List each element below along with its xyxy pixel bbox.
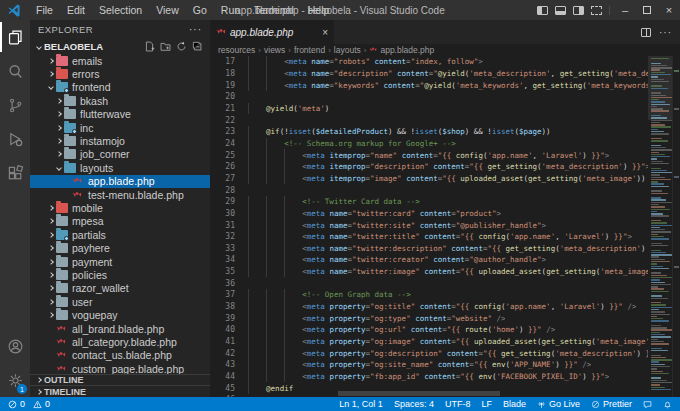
- editor-more-actions-icon[interactable]: ···: [659, 27, 672, 38]
- new-file-icon[interactable]: [144, 41, 155, 52]
- minimap[interactable]: [648, 56, 672, 397]
- tree-item-frontend[interactable]: frontend: [30, 81, 210, 94]
- tree-item-all-brand-blade-php[interactable]: all_brand.blade.php: [30, 322, 210, 335]
- code-line-27[interactable]: 27<meta itemprop="image" content="{{ upl…: [210, 173, 648, 185]
- code-line-37[interactable]: 37<!-- Open Graph data -->: [210, 289, 648, 301]
- breadcrumb-item-views[interactable]: views: [264, 45, 285, 55]
- code-line-31[interactable]: 31<meta name="twitter:site" content="@pu…: [210, 219, 648, 231]
- status-language-mode[interactable]: Blade: [503, 399, 526, 409]
- code-line-39[interactable]: 39<meta property="og:type" content="webs…: [210, 312, 648, 324]
- code-line-43[interactable]: 43<meta property="og:site_name" content=…: [210, 359, 648, 371]
- sidebar-more-actions-icon[interactable]: ···: [189, 24, 202, 35]
- code-line-29[interactable]: 29<!-- Twitter Card data -->: [210, 196, 648, 208]
- toggle-secondary-sidebar-icon[interactable]: [573, 6, 584, 15]
- status-feedback[interactable]: [643, 400, 652, 409]
- status-indentation[interactable]: Spaces: 4: [394, 399, 434, 409]
- tree-item-test-menu-blade-php[interactable]: test-menu.blade.php: [30, 188, 210, 201]
- menu-run[interactable]: Run: [214, 0, 247, 20]
- code-line-26[interactable]: 26<meta itemprop="description" content="…: [210, 161, 648, 173]
- code-line-20[interactable]: 20: [210, 91, 648, 103]
- code-area[interactable]: 17<meta name="robots" content="index, fo…: [210, 56, 648, 397]
- split-editor-icon[interactable]: [641, 28, 651, 37]
- status-cursor-position[interactable]: Ln 1, Col 1: [339, 399, 383, 409]
- tree-item-user[interactable]: user: [30, 295, 210, 308]
- code-line-22[interactable]: 22: [210, 114, 648, 126]
- tree-item-instamojo[interactable]: instamojo: [30, 134, 210, 147]
- code-line-42[interactable]: 42<meta property="og:description" conten…: [210, 347, 648, 359]
- collapse-all-icon[interactable]: [192, 41, 203, 52]
- activity-extensions[interactable]: [0, 156, 30, 190]
- tree-item-job-corner[interactable]: job_corner: [30, 148, 210, 161]
- toggle-sidebar-icon[interactable]: [537, 6, 548, 15]
- tree-item-inc[interactable]: inc: [30, 121, 210, 134]
- breadcrumb-item-resources[interactable]: resources: [218, 45, 255, 55]
- code-line-25[interactable]: 25<meta itemprop="name" content="{{ conf…: [210, 149, 648, 161]
- timeline-section[interactable]: TIMELINE: [30, 385, 210, 397]
- status-encoding[interactable]: UTF-8: [445, 399, 471, 409]
- problems-warnings[interactable]: 0: [33, 399, 50, 409]
- activity-explorer[interactable]: [0, 20, 30, 54]
- code-line-36[interactable]: 36: [210, 277, 648, 289]
- tree-item-policies[interactable]: policies: [30, 268, 210, 281]
- activity-run-debug[interactable]: [0, 122, 30, 156]
- minimize-button[interactable]: –: [614, 0, 636, 20]
- refresh-icon[interactable]: [176, 41, 187, 52]
- status-go-live[interactable]: Go Live: [537, 399, 580, 409]
- tree-item-flutterwave[interactable]: flutterwave: [30, 108, 210, 121]
- code-line-21[interactable]: 21@yield('meta'): [210, 103, 648, 115]
- tree-item-voguepay[interactable]: voguepay: [30, 308, 210, 321]
- code-line-33[interactable]: 33<meta name="twitter:description" conte…: [210, 243, 648, 255]
- tree-item-payhere[interactable]: payhere: [30, 241, 210, 254]
- tree-item-errors[interactable]: errors: [30, 67, 210, 80]
- tree-item-partials[interactable]: partials: [30, 228, 210, 241]
- code-line-44[interactable]: 44<meta property="fb:app_id" content="{{…: [210, 371, 648, 383]
- status-eol[interactable]: LF: [481, 399, 492, 409]
- problems-errors[interactable]: 0: [8, 399, 25, 409]
- code-line-38[interactable]: 38<meta property="og:title" content="{{ …: [210, 301, 648, 313]
- code-line-35[interactable]: 35<meta name="twitter:image" content="{{…: [210, 266, 648, 278]
- code-line-19[interactable]: 19<meta name="keywords" content="@yield(…: [210, 79, 648, 91]
- code-line-24[interactable]: 24<!-- Schema.org markup for Google+ -->: [210, 138, 648, 150]
- tree-item-mpesa[interactable]: mpesa: [30, 215, 210, 228]
- tree-item-custom-page-blade-php[interactable]: custom_page.blade.php: [30, 362, 210, 374]
- code-line-18[interactable]: 18<meta name="description" content="@yie…: [210, 68, 648, 80]
- restore-button[interactable]: [636, 0, 658, 20]
- tree-item-payment[interactable]: payment: [30, 255, 210, 268]
- code-line-28[interactable]: 28: [210, 184, 648, 196]
- menu-go[interactable]: Go: [186, 0, 214, 20]
- breadcrumb-item-layouts[interactable]: layouts: [334, 45, 361, 55]
- code-line-23[interactable]: 23@if(!isset($detailedProduct) && !isset…: [210, 126, 648, 138]
- menu-selection[interactable]: Selection: [92, 0, 149, 20]
- breadcrumb-item-frontend[interactable]: frontend: [294, 45, 325, 55]
- new-folder-icon[interactable]: [160, 41, 171, 52]
- code-line-30[interactable]: 30<meta name="twitter:card" content="pro…: [210, 208, 648, 220]
- tree-item-razor-wallet[interactable]: razor_wallet: [30, 282, 210, 295]
- tree-item-contact-us-blade-php[interactable]: contact_us.blade.php: [30, 349, 210, 362]
- close-tab-icon[interactable]: ×: [322, 27, 328, 38]
- code-line-40[interactable]: 40<meta property="og:url" content="{{ ro…: [210, 324, 648, 336]
- menu-view[interactable]: View: [149, 0, 186, 20]
- workspace-section-header[interactable]: BELAOBELA: [30, 39, 210, 54]
- activity-settings[interactable]: 1: [0, 363, 30, 397]
- toggle-panel-icon[interactable]: [555, 6, 566, 15]
- activity-account[interactable]: [0, 329, 30, 363]
- outline-section[interactable]: OUTLINE: [30, 374, 210, 386]
- code-line-32[interactable]: 32<meta name="twitter:title" content="{{…: [210, 231, 648, 243]
- menu-edit[interactable]: Edit: [60, 0, 92, 20]
- close-button[interactable]: ×: [658, 0, 680, 20]
- horizontal-scrollbar[interactable]: [338, 391, 500, 396]
- tree-item-emails[interactable]: emails: [30, 54, 210, 67]
- status-prettier[interactable]: Prettier: [591, 399, 632, 409]
- menu-help[interactable]: Help: [301, 0, 337, 20]
- customize-layout-icon[interactable]: [591, 6, 602, 15]
- tree-item-all-category-blade-php[interactable]: all_category.blade.php: [30, 335, 210, 348]
- code-line-41[interactable]: 41<meta property="og:image" content="{{ …: [210, 336, 648, 348]
- activity-search[interactable]: [0, 54, 30, 88]
- tree-item-layouts[interactable]: layouts: [30, 161, 210, 174]
- status-notifications[interactable]: [663, 400, 672, 409]
- code-line-17[interactable]: 17<meta name="robots" content="index, fo…: [210, 56, 648, 68]
- tab-app-blade-php[interactable]: app.blade.php ×: [210, 20, 334, 44]
- menu-terminal[interactable]: Terminal: [247, 0, 301, 20]
- menu-file[interactable]: File: [29, 0, 60, 20]
- tree-item-mobile[interactable]: mobile: [30, 201, 210, 214]
